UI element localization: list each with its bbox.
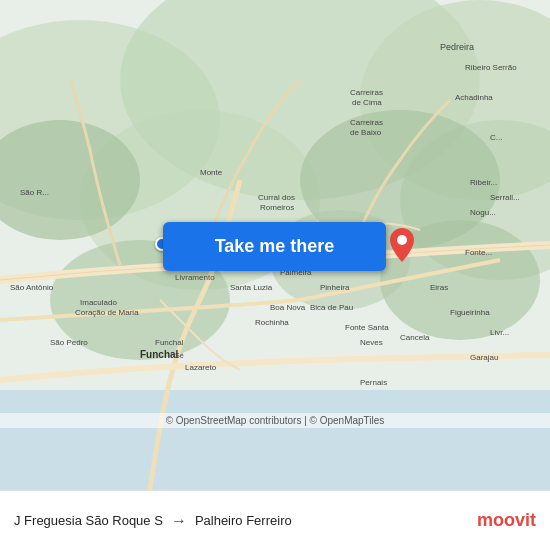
svg-text:Eiras: Eiras [430, 283, 448, 292]
svg-text:Achadinha: Achadinha [455, 93, 493, 102]
svg-text:Fonte...: Fonte... [465, 248, 492, 257]
svg-text:de Baixo: de Baixo [350, 128, 382, 137]
svg-text:Monte: Monte [200, 168, 223, 177]
svg-text:Bica de Pau: Bica de Pau [310, 303, 353, 312]
svg-text:Santa Luzia: Santa Luzia [230, 283, 273, 292]
svg-text:Rochinha: Rochinha [255, 318, 289, 327]
svg-text:Ribeir...: Ribeir... [470, 178, 497, 187]
svg-text:Coração de Maria: Coração de Maria [75, 308, 139, 317]
svg-text:Carreiras: Carreiras [350, 88, 383, 97]
map: Pedreira Ribeiro Serrão Carreiras de Cim… [0, 0, 550, 490]
svg-text:São Antônio: São Antônio [10, 283, 54, 292]
svg-text:Neves: Neves [360, 338, 383, 347]
svg-rect-1 [0, 390, 550, 490]
svg-text:Funchal: Funchal [155, 338, 184, 347]
svg-text:Figueirinha: Figueirinha [450, 308, 490, 317]
svg-point-51 [397, 235, 407, 245]
svg-text:Serrall...: Serrall... [490, 193, 520, 202]
destination-label: Palheiro Ferreiro [195, 513, 292, 528]
svg-text:Livr...: Livr... [490, 328, 509, 337]
origin-label: J Freguesia São Roque S [14, 513, 163, 528]
moovit-brand-text: moovit [477, 510, 536, 531]
svg-text:Carreiras: Carreiras [350, 118, 383, 127]
svg-text:Pedreira: Pedreira [440, 42, 474, 52]
svg-text:Pinheira: Pinheira [320, 283, 350, 292]
arrow-icon: → [171, 512, 187, 530]
svg-text:Garajau: Garajau [470, 353, 498, 362]
svg-text:Nogu...: Nogu... [470, 208, 496, 217]
svg-text:São R...: São R... [20, 188, 49, 197]
svg-text:Lazareto: Lazareto [185, 363, 217, 372]
svg-text:C...: C... [490, 133, 502, 142]
svg-text:Romeiros: Romeiros [260, 203, 294, 212]
svg-text:São Pedro: São Pedro [50, 338, 88, 347]
svg-text:Funchal: Funchal [140, 349, 179, 360]
svg-text:de Cima: de Cima [352, 98, 382, 107]
svg-text:Fonte Santa: Fonte Santa [345, 323, 389, 332]
svg-text:Cancela: Cancela [400, 333, 430, 342]
svg-text:Pernais: Pernais [360, 378, 387, 387]
route-info: J Freguesia São Roque S → Palheiro Ferre… [14, 512, 477, 530]
svg-text:Boa Nova: Boa Nova [270, 303, 306, 312]
destination-marker [390, 228, 414, 258]
button-label: Take me there [215, 236, 335, 257]
map-attribution: © OpenStreetMap contributors | © OpenMap… [0, 413, 550, 428]
take-me-there-button[interactable]: Take me there [163, 222, 386, 271]
svg-text:Imaculado: Imaculado [80, 298, 117, 307]
svg-text:Curral dos: Curral dos [258, 193, 295, 202]
svg-text:Ribeiro Serrão: Ribeiro Serrão [465, 63, 517, 72]
svg-text:Livramento: Livramento [175, 273, 215, 282]
moovit-logo: moovit [477, 510, 536, 531]
bottom-bar: J Freguesia São Roque S → Palheiro Ferre… [0, 490, 550, 550]
